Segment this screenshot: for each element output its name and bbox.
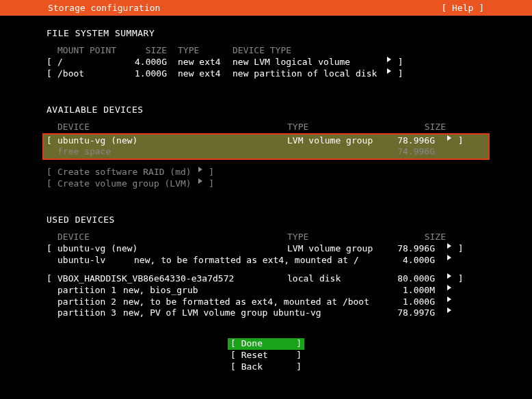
chevron-right-icon bbox=[198, 167, 202, 172]
avail-selected-device[interactable]: [ ubuntu-vg (new)LVM volume group78.996G… bbox=[42, 133, 490, 161]
reset-button[interactable]: [ Reset] bbox=[228, 350, 304, 361]
used-vg-row[interactable]: [ ubuntu-vg (new)LVM volume group78.996G… bbox=[46, 243, 486, 255]
help-link[interactable]: [ Help ] bbox=[441, 3, 532, 13]
page-title: Storage configuration bbox=[0, 3, 160, 13]
used-partition-1[interactable]: partition 1new, bios_grub1.000M bbox=[46, 285, 486, 297]
create-lvm-button[interactable]: [ Create volume group (LVM) ] bbox=[46, 178, 486, 190]
chevron-right-icon bbox=[198, 178, 202, 184]
used-header: USED DEVICES bbox=[46, 215, 486, 225]
chevron-right-icon bbox=[447, 307, 451, 313]
done-button[interactable]: [ Done] bbox=[228, 338, 304, 350]
used-column-headers: DEVICETYPESIZE bbox=[46, 232, 486, 243]
used-disk-row[interactable]: [ VBOX_HARDDISK_VB86e64330-e3a7d572local… bbox=[46, 273, 486, 285]
avail-header: AVAILABLE DEVICES bbox=[46, 105, 486, 115]
chevron-right-icon bbox=[387, 68, 391, 74]
chevron-right-icon bbox=[447, 273, 451, 279]
footer-buttons: [ Done] [ Reset] [ Back] bbox=[0, 338, 532, 373]
chevron-right-icon bbox=[447, 255, 451, 260]
back-button[interactable]: [ Back] bbox=[228, 361, 304, 373]
header-bar: Storage configuration [ Help ] bbox=[0, 0, 532, 16]
chevron-right-icon bbox=[447, 135, 451, 141]
fss-row-boot[interactable]: [ /boot1.000Gnew ext4new partition of lo… bbox=[46, 68, 486, 80]
chevron-right-icon bbox=[447, 243, 451, 249]
content-area: FILE SYSTEM SUMMARY MOUNT POINTSIZETYPED… bbox=[0, 16, 532, 319]
fss-header: FILE SYSTEM SUMMARY bbox=[46, 28, 486, 38]
fss-row-root[interactable]: [ /4.000Gnew ext4new LVM logical volume … bbox=[46, 57, 486, 68]
used-lv-row[interactable]: ubuntu-lvnew, to be formatted as ext4, m… bbox=[46, 255, 486, 266]
chevron-right-icon bbox=[447, 297, 451, 302]
chevron-right-icon bbox=[447, 285, 451, 290]
used-partition-2[interactable]: partition 2new, to be formatted as ext4,… bbox=[46, 297, 486, 308]
fss-column-headers: MOUNT POINTSIZETYPEDEVICE TYPE bbox=[46, 45, 486, 57]
used-partition-3[interactable]: partition 3new, PV of LVM volume group u… bbox=[46, 307, 486, 319]
create-raid-button[interactable]: [ Create software RAID (md) ] bbox=[46, 167, 486, 178]
chevron-right-icon bbox=[387, 57, 391, 62]
avail-column-headers: DEVICETYPESIZE bbox=[46, 122, 486, 133]
